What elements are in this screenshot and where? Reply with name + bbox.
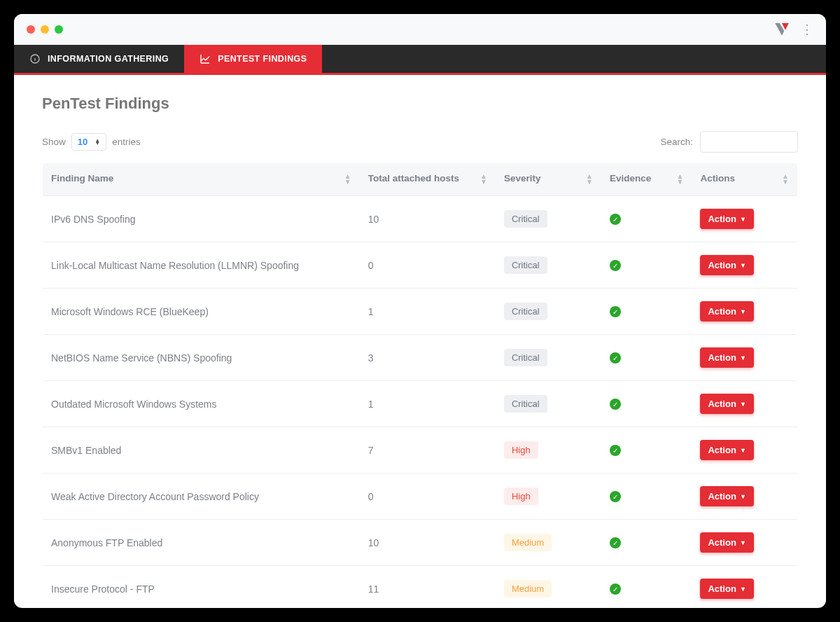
- column-header-evidence[interactable]: Evidence ▲▼: [601, 163, 692, 196]
- table-row: Weak Active Directory Account Password P…: [43, 474, 798, 520]
- cell-finding-name: Outdated Microsoft Windows Systems: [43, 381, 360, 427]
- cell-hosts: 10: [360, 520, 496, 566]
- cell-hosts: 1: [360, 381, 496, 427]
- action-dropdown-button[interactable]: Action▼: [700, 209, 753, 229]
- cell-severity: Medium: [496, 520, 601, 566]
- check-circle-icon: ✓: [610, 399, 621, 410]
- chevron-down-icon: ▼: [740, 354, 746, 361]
- cell-evidence: ✓: [601, 242, 692, 289]
- sort-icon: ▲▼: [677, 173, 684, 186]
- severity-badge: Medium: [504, 580, 552, 597]
- content-area: PenTest Findings Show 10 ▲▼ entries Sear…: [14, 75, 826, 607]
- cell-actions: Action▼: [692, 242, 797, 289]
- table-row: SMBv1 Enabled7High✓Action▼: [43, 427, 798, 474]
- cell-evidence: ✓: [601, 381, 692, 427]
- cell-finding-name: Anonymous FTP Enabled: [43, 520, 360, 566]
- severity-badge: Critical: [504, 256, 547, 274]
- check-circle-icon: ✓: [610, 491, 621, 502]
- cell-finding-name: IPv6 DNS Spoofing: [43, 196, 360, 242]
- show-label: Show: [42, 137, 66, 147]
- chevron-down-icon: ▼: [740, 401, 746, 408]
- cell-actions: Action▼: [692, 196, 797, 242]
- cell-severity: Critical: [496, 381, 601, 427]
- cell-hosts: 10: [360, 196, 496, 242]
- app-window: ⋮ INFORMATION GATHERING PENTEST FINDINGS…: [14, 14, 826, 608]
- cell-finding-name: Link-Local Multicast Name Resolution (LL…: [43, 242, 360, 289]
- tab-pentest-findings[interactable]: PENTEST FINDINGS: [184, 45, 322, 73]
- chart-icon: [200, 53, 211, 64]
- cell-hosts: 1: [360, 289, 496, 335]
- action-dropdown-button[interactable]: Action▼: [700, 347, 753, 368]
- table-row: Insecure Protocol - FTP11Medium✓Action▼: [43, 566, 798, 608]
- cell-severity: Critical: [496, 196, 601, 242]
- sort-icon: ▲▼: [586, 173, 593, 186]
- cell-finding-name: NetBIOS Name Service (NBNS) Spoofing: [43, 335, 360, 381]
- cell-hosts: 0: [360, 242, 496, 289]
- cell-severity: High: [496, 474, 601, 520]
- sort-icon: ▲▼: [782, 173, 789, 186]
- cell-severity: High: [496, 427, 601, 474]
- action-dropdown-button[interactable]: Action▼: [700, 394, 753, 414]
- cell-severity: Critical: [496, 242, 601, 289]
- chevron-down-icon: ▼: [740, 539, 746, 546]
- column-header-severity[interactable]: Severity ▲▼: [496, 163, 601, 196]
- cell-actions: Action▼: [692, 474, 797, 520]
- minimize-window-button[interactable]: [41, 25, 49, 34]
- table-row: Outdated Microsoft Windows Systems1Criti…: [43, 381, 798, 427]
- cell-severity: Medium: [496, 566, 601, 608]
- cell-evidence: ✓: [601, 566, 692, 608]
- check-circle-icon: ✓: [610, 537, 621, 548]
- action-dropdown-button[interactable]: Action▼: [700, 486, 753, 506]
- cell-finding-name: Insecure Protocol - FTP: [43, 566, 360, 608]
- check-circle-icon: ✓: [610, 260, 621, 271]
- check-circle-icon: ✓: [610, 214, 621, 225]
- search-label: Search:: [660, 137, 693, 147]
- severity-badge: Medium: [504, 534, 552, 551]
- action-dropdown-button[interactable]: Action▼: [700, 532, 753, 553]
- action-dropdown-button[interactable]: Action▼: [700, 255, 753, 275]
- cell-evidence: ✓: [601, 335, 692, 381]
- cell-actions: Action▼: [692, 381, 797, 427]
- titlebar: ⋮: [14, 14, 826, 45]
- chevron-down-icon: ▼: [740, 493, 746, 500]
- chevron-down-icon: ▼: [740, 586, 746, 593]
- tab-label: INFORMATION GATHERING: [48, 54, 169, 64]
- severity-badge: Critical: [504, 210, 547, 228]
- cell-finding-name: SMBv1 Enabled: [43, 427, 360, 474]
- cell-hosts: 0: [360, 474, 496, 520]
- table-row: Link-Local Multicast Name Resolution (LL…: [43, 242, 798, 289]
- main-tabs: INFORMATION GATHERING PENTEST FINDINGS: [14, 45, 826, 75]
- close-window-button[interactable]: [27, 25, 35, 34]
- action-dropdown-button[interactable]: Action▼: [700, 440, 753, 460]
- search-input[interactable]: [700, 131, 798, 153]
- sort-icon: ▲▼: [480, 173, 487, 186]
- maximize-window-button[interactable]: [55, 25, 63, 34]
- cell-finding-name: Weak Active Directory Account Password P…: [43, 474, 360, 520]
- severity-badge: Critical: [504, 395, 547, 413]
- entries-per-page-select[interactable]: 10 ▲▼: [71, 133, 106, 151]
- findings-table: Finding Name ▲▼ Total attached hosts ▲▼ …: [42, 163, 798, 607]
- chevron-down-icon: ▼: [740, 216, 746, 223]
- check-circle-icon: ✓: [610, 306, 621, 317]
- info-icon: [29, 53, 41, 64]
- tab-information-gathering[interactable]: INFORMATION GATHERING: [14, 45, 184, 73]
- cell-actions: Action▼: [692, 289, 797, 335]
- more-menu-icon[interactable]: ⋮: [801, 23, 813, 36]
- action-dropdown-button[interactable]: Action▼: [700, 301, 753, 322]
- tab-label: PENTEST FINDINGS: [218, 54, 307, 64]
- severity-badge: High: [504, 441, 538, 459]
- cell-actions: Action▼: [692, 335, 797, 381]
- select-chevrons-icon: ▲▼: [94, 139, 100, 145]
- cell-evidence: ✓: [601, 427, 692, 474]
- check-circle-icon: ✓: [610, 445, 621, 456]
- column-header-actions[interactable]: Actions ▲▼: [692, 163, 797, 196]
- action-dropdown-button[interactable]: Action▼: [700, 579, 753, 599]
- column-header-hosts[interactable]: Total attached hosts ▲▼: [360, 163, 496, 196]
- entries-label: entries: [112, 137, 141, 147]
- cell-evidence: ✓: [601, 196, 692, 242]
- column-header-finding-name[interactable]: Finding Name ▲▼: [43, 163, 360, 196]
- table-controls: Show 10 ▲▼ entries Search:: [42, 131, 798, 153]
- chevron-down-icon: ▼: [740, 308, 746, 315]
- cell-hosts: 7: [360, 427, 496, 474]
- cell-hosts: 11: [360, 566, 496, 608]
